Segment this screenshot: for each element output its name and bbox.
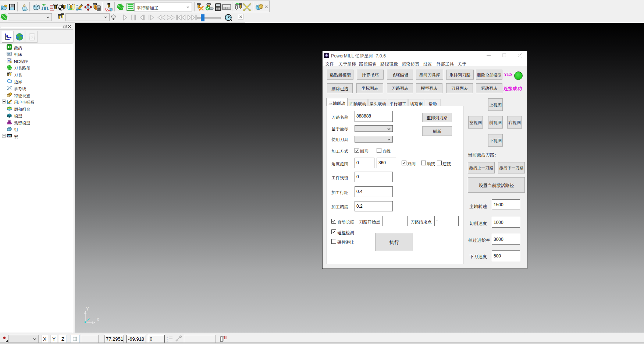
svg-text:Z: Z <box>87 317 90 322</box>
svg-text:Y: Y <box>86 306 89 312</box>
svg-text:z: z <box>167 340 168 342</box>
svg-text:MTD: MTD <box>8 136 11 137</box>
svg-text:X: X <box>96 317 100 322</box>
